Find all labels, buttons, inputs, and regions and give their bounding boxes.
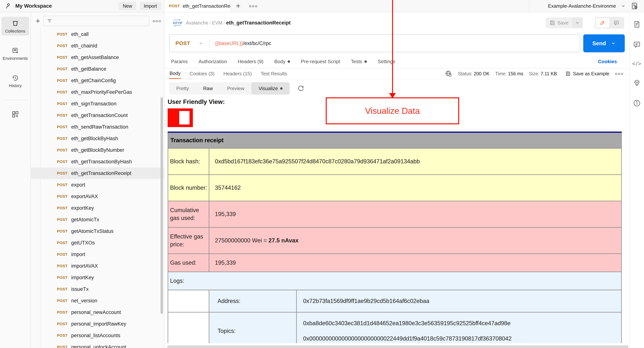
- response-more-menu[interactable]: ooo: [615, 72, 624, 76]
- url-input[interactable]: {{baseURL}}/ext/bc/C/rpc: [215, 40, 271, 46]
- save-as-example-button[interactable]: Save as Example: [565, 71, 610, 76]
- response-tab-test-results[interactable]: Test Results: [260, 69, 288, 78]
- user-friendly-view-checkbox[interactable]: [168, 108, 193, 127]
- sidebar-add-button[interactable]: +: [36, 17, 40, 25]
- view-raw[interactable]: Raw: [196, 82, 220, 94]
- horizontal-scrollbar-track: [164, 343, 630, 348]
- documentation-icon[interactable]: [633, 20, 641, 28]
- breadcrumb-request-name[interactable]: eth_getTransactionReceipt: [226, 20, 290, 26]
- sidebar-request-item[interactable]: POST importKey: [31, 272, 164, 283]
- edit-mode-button[interactable]: [596, 18, 610, 28]
- sidebar-request-item[interactable]: POST eth_getBlockByNumber: [31, 144, 164, 156]
- method-badge: POST: [57, 90, 69, 94]
- code-snippet-icon[interactable]: </>: [632, 60, 642, 67]
- sidebar-request-item[interactable]: POST eth_getTransactionReceipt: [31, 168, 164, 179]
- cookies-link[interactable]: Cookies: [598, 59, 617, 64]
- annotation-arrow-line: [392, 0, 393, 94]
- sidebar-request-item[interactable]: POST eth_signTransaction: [31, 98, 164, 110]
- tab-tests[interactable]: Tests: [351, 59, 367, 64]
- view-pretty[interactable]: Pretty: [169, 82, 196, 94]
- sidebar-request-item[interactable]: POST eth_call: [31, 28, 164, 40]
- transaction-receipt-table: Transaction receipt Block hash: 0xd5bd16…: [168, 132, 622, 348]
- horizontal-scrollbar[interactable]: [167, 346, 629, 348]
- response-tab-cookies[interactable]: Cookies (3): [189, 69, 215, 78]
- sidebar-request-item[interactable]: POST getAtomicTx: [31, 214, 164, 226]
- rail-item-environments[interactable]: Environments: [2, 44, 29, 63]
- breadcrumb-folder[interactable]: EVM: [212, 20, 222, 26]
- response-tab-body[interactable]: Body: [169, 68, 181, 79]
- method-badge: POST: [57, 148, 69, 152]
- sidebar-request-item[interactable]: POST eth_getBlockByHash: [31, 133, 164, 144]
- tab-headers[interactable]: Headers (9): [238, 59, 263, 64]
- sidebar-request-item[interactable]: POST eth_sendRawTransaction: [31, 121, 164, 133]
- method-badge: POST: [57, 229, 69, 234]
- tab-more-menu[interactable]: ooo: [249, 4, 258, 8]
- main-pane: HTTP Avalanche/EVM/eth_getTransactionRec…: [164, 12, 630, 348]
- chevron-down-icon[interactable]: [621, 4, 626, 8]
- sidebar-request-item[interactable]: POST eth_maxPriorityFeePerGas: [31, 86, 164, 98]
- sidebar-request-item[interactable]: POST eth_getTransactionByHash: [31, 156, 164, 168]
- method-badge: POST: [57, 125, 69, 129]
- method-selector[interactable]: POST: [170, 38, 210, 48]
- request-name: personal_unlockAccount: [71, 344, 126, 348]
- lightbulb-icon[interactable]: [633, 79, 641, 87]
- sidebar-request-item[interactable]: POST import: [31, 248, 164, 260]
- sidebar-request-item[interactable]: POST exportKey: [31, 202, 164, 214]
- size-field: Size: 7.11 KB: [529, 71, 557, 76]
- save-options-button[interactable]: [572, 18, 583, 28]
- sidebar-scrollbar[interactable]: [160, 97, 163, 314]
- view-visualize[interactable]: Visualize: [251, 82, 290, 94]
- request-tab[interactable]: POST eth_getTransactionRece: [164, 0, 231, 12]
- view-preview[interactable]: Preview: [220, 82, 251, 94]
- info-icon[interactable]: [633, 99, 641, 107]
- empty-cell: [168, 312, 209, 348]
- sidebar-request-item[interactable]: POST personal_unlockAccount: [31, 341, 164, 348]
- method-badge: POST: [57, 194, 69, 199]
- sidebar-request-item[interactable]: POST exportAVAX: [31, 191, 164, 202]
- tab-pre-request-script[interactable]: Pre-request Script: [301, 59, 340, 64]
- tab-body[interactable]: Body: [274, 59, 290, 64]
- sidebar-request-item[interactable]: POST getUTXOs: [31, 237, 164, 248]
- sidebar-request-item[interactable]: POST personal_importRawKey: [31, 318, 164, 330]
- table-title: Transaction receipt: [168, 132, 622, 148]
- sidebar-request-item[interactable]: POST importAVAX: [31, 260, 164, 272]
- sidebar-request-item[interactable]: POST personal_newAccount: [31, 306, 164, 318]
- sidebar-request-item[interactable]: POST getAtomicTxStatus: [31, 226, 164, 237]
- rail-item-collections[interactable]: Collections: [2, 17, 29, 36]
- rail-item-history[interactable]: History: [2, 72, 29, 90]
- response-tab-headers[interactable]: Headers (15): [223, 69, 252, 78]
- sidebar-request-item[interactable]: POST eth_getTransactionCount: [31, 110, 164, 121]
- sidebar-request-item[interactable]: POST eth_getBalance: [31, 63, 164, 75]
- globe-lock-icon[interactable]: [445, 70, 452, 77]
- rail-divider: [3, 100, 27, 100]
- sidebar-request-item[interactable]: POST issueTx: [31, 283, 164, 295]
- method-badge: POST: [57, 264, 69, 268]
- environment-quick-look-icon[interactable]: [630, 2, 639, 10]
- comment-mode-button[interactable]: [610, 18, 623, 28]
- sidebar-request-item[interactable]: POST personal_listAccounts: [31, 330, 164, 341]
- request-tabs: Params Authorization Headers (9) Body Pr…: [164, 55, 630, 68]
- sidebar-request-item[interactable]: POST export: [31, 179, 164, 191]
- import-button[interactable]: Import: [140, 2, 161, 10]
- sidebar-filter-input[interactable]: [43, 16, 149, 26]
- new-button[interactable]: New: [119, 2, 136, 10]
- save-button[interactable]: Save: [546, 20, 572, 26]
- request-name: getUTXOs: [71, 240, 95, 246]
- refresh-icon[interactable]: [297, 85, 304, 92]
- sidebar-request-item[interactable]: POST eth_getAssetBalance: [31, 52, 164, 63]
- rail-item-flows[interactable]: [2, 108, 29, 120]
- tab-authorization[interactable]: Authorization: [199, 59, 227, 64]
- send-button[interactable]: Send: [583, 34, 625, 52]
- sidebar-more-menu[interactable]: ooo: [153, 19, 162, 23]
- sidebar-request-item[interactable]: POST eth_getChainConfig: [31, 75, 164, 86]
- environment-selector[interactable]: Example-Avalanche-Environme: [548, 3, 616, 9]
- tab-params[interactable]: Params: [171, 59, 188, 64]
- method-badge: POST: [57, 136, 69, 141]
- sidebar-request-item[interactable]: POST net_version: [31, 295, 164, 306]
- new-tab-button[interactable]: +: [236, 2, 240, 10]
- user-icon[interactable]: [5, 2, 12, 10]
- comment-icon[interactable]: [633, 40, 641, 48]
- breadcrumb-collection[interactable]: Avalanche: [186, 20, 208, 26]
- workspace-title[interactable]: My Workspace: [15, 3, 52, 9]
- sidebar-request-item[interactable]: POST eth_chainId: [31, 40, 164, 52]
